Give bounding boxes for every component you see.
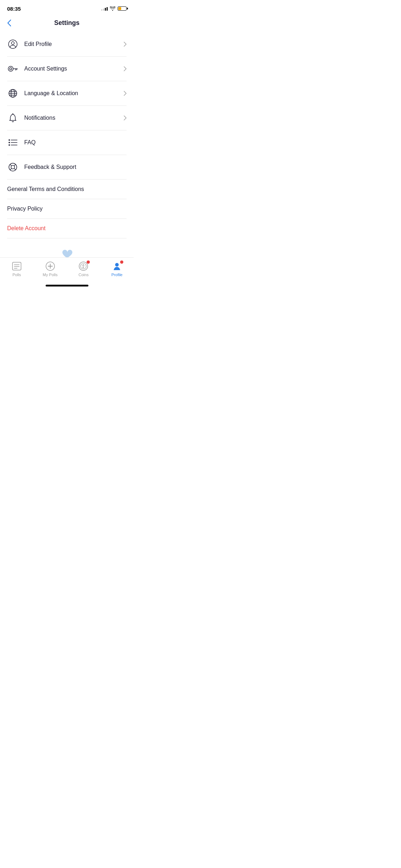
- coins-badge: [87, 260, 90, 264]
- menu-item-language-location[interactable]: Language & Location: [7, 81, 127, 106]
- status-bar: 08:35: [0, 0, 134, 16]
- page-title: Settings: [54, 19, 79, 27]
- menu-item-notifications[interactable]: Notifications: [7, 106, 127, 130]
- svg-point-12: [9, 144, 10, 146]
- svg-line-18: [10, 165, 12, 166]
- tab-label-polls: Polls: [12, 273, 21, 277]
- profile-icon: [7, 38, 19, 50]
- svg-rect-22: [12, 262, 21, 270]
- tab-label-profile: Profile: [112, 273, 123, 277]
- battery-icon: [118, 6, 127, 11]
- tab-coins[interactable]: Coins: [67, 261, 101, 277]
- status-time: 08:35: [7, 6, 21, 12]
- wifi-icon: [110, 6, 115, 11]
- menu-item-faq[interactable]: FAQ: [7, 130, 127, 155]
- svg-line-21: [10, 169, 12, 170]
- menu-label-notifications: Notifications: [24, 115, 124, 121]
- tab-profile[interactable]: Profile: [100, 261, 134, 277]
- menu-label-faq: FAQ: [24, 139, 127, 146]
- lifebuoy-icon: [7, 161, 19, 173]
- svg-line-19: [14, 165, 16, 166]
- key-icon: [7, 63, 19, 74]
- menu-item-delete-account[interactable]: Delete Account: [7, 219, 127, 238]
- back-button[interactable]: [7, 20, 11, 26]
- tab-my-polls[interactable]: My Polls: [34, 261, 67, 277]
- menu-label-edit-profile: Edit Profile: [24, 41, 124, 47]
- status-icons: [101, 6, 127, 11]
- svg-point-3: [10, 68, 12, 70]
- page-header: Settings: [0, 16, 134, 32]
- bell-icon: [7, 112, 19, 124]
- tab-label-coins: Coins: [78, 273, 88, 277]
- menu-label-account-settings: Account Settings: [24, 66, 124, 72]
- menu-label-terms: General Terms and Conditions: [7, 186, 127, 192]
- globe-icon: [7, 88, 19, 99]
- menu-item-account-settings[interactable]: Account Settings: [7, 57, 127, 81]
- svg-line-20: [14, 169, 16, 170]
- chevron-right-icon: [124, 115, 127, 120]
- coins-icon: [78, 261, 88, 271]
- settings-menu: Edit Profile Account Settings: [0, 32, 134, 238]
- svg-point-11: [9, 142, 10, 143]
- menu-label-privacy: Privacy Policy: [7, 206, 127, 212]
- home-indicator: [46, 285, 88, 286]
- my-polls-icon: [45, 261, 55, 271]
- svg-point-2: [8, 66, 13, 71]
- menu-item-terms[interactable]: General Terms and Conditions: [7, 180, 127, 199]
- faq-list-icon: [7, 137, 19, 148]
- svg-point-31: [115, 263, 119, 267]
- chevron-right-icon: [124, 91, 127, 96]
- svg-point-10: [9, 139, 10, 141]
- tab-label-my-polls: My Polls: [43, 273, 58, 277]
- polls-icon: [12, 261, 22, 271]
- tab-polls[interactable]: Polls: [0, 261, 34, 277]
- menu-label-feedback-support: Feedback & Support: [24, 164, 127, 170]
- menu-label-delete-account: Delete Account: [7, 225, 127, 232]
- chevron-right-icon: [124, 66, 127, 71]
- menu-item-edit-profile[interactable]: Edit Profile: [7, 32, 127, 57]
- signal-icon: [101, 6, 108, 11]
- profile-badge: [120, 260, 123, 264]
- svg-point-1: [11, 42, 14, 45]
- menu-item-privacy[interactable]: Privacy Policy: [7, 199, 127, 219]
- chevron-right-icon: [124, 42, 127, 47]
- menu-item-feedback-support[interactable]: Feedback & Support: [7, 155, 127, 180]
- person-icon: [112, 261, 122, 271]
- menu-label-language-location: Language & Location: [24, 90, 124, 97]
